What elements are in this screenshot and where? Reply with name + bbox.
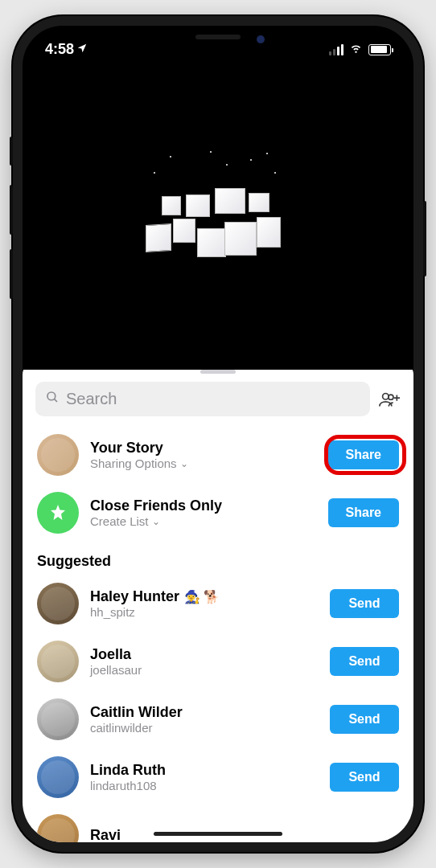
share-button[interactable]: Share <box>328 498 399 527</box>
contact-name: Linda Ruth <box>90 762 319 779</box>
suggested-row: Caitlin WildercaitlinwilderSend <box>23 690 413 748</box>
row-subtitle[interactable]: Sharing Options ⌄ <box>90 457 317 470</box>
avatar[interactable] <box>37 698 79 740</box>
create-group-icon[interactable] <box>378 391 401 408</box>
location-arrow-icon <box>76 43 88 56</box>
contact-username: joellasaur <box>90 663 319 677</box>
contact-name: Joella <box>90 646 319 663</box>
chevron-down-icon: ⌄ <box>180 458 188 469</box>
svg-line-1 <box>54 399 57 402</box>
share-sheet: Search Your StorySharing Options ⌄ShareC… <box>23 362 413 842</box>
volume-down <box>10 249 13 299</box>
search-input[interactable]: Search <box>35 382 370 416</box>
avatar[interactable] <box>37 756 79 798</box>
row-title: Close Friends Only <box>90 497 317 514</box>
suggested-row: Ravi <box>23 806 413 842</box>
home-indicator[interactable] <box>154 832 282 836</box>
story-share-row: Close Friends OnlyCreate List ⌄Share <box>23 484 413 542</box>
volume-up <box>10 185 13 235</box>
send-button[interactable]: Send <box>330 763 399 792</box>
avatar[interactable] <box>37 814 79 842</box>
close-friends-star-icon[interactable] <box>37 492 79 534</box>
avatar[interactable] <box>37 434 79 476</box>
suggested-row: JoellajoellasaurSend <box>23 633 413 690</box>
send-button[interactable]: Send <box>330 647 399 676</box>
send-button[interactable]: Send <box>330 705 399 734</box>
send-button[interactable]: Send <box>330 589 399 618</box>
wifi-icon <box>348 42 364 58</box>
sheet-handle[interactable] <box>200 370 236 374</box>
contact-username: lindaruth108 <box>90 779 319 792</box>
phone-frame: 4:58 <box>13 16 423 852</box>
suggested-row: Linda Ruthlindaruth108Send <box>23 748 413 806</box>
share-list: Your StorySharing Options ⌄ShareClose Fr… <box>23 426 413 842</box>
suggested-row: Haley Hunter🧙‍♀️ 🐕hh_spitzSend <box>23 575 413 633</box>
power-button <box>423 201 426 276</box>
contact-name: Caitlin Wilder <box>90 704 319 721</box>
story-share-row: Your StorySharing Options ⌄Share <box>23 426 413 484</box>
notch <box>130 26 306 50</box>
search-icon <box>45 390 60 408</box>
story-image-content <box>138 148 298 285</box>
svg-point-2 <box>383 393 389 399</box>
avatar[interactable] <box>37 641 79 682</box>
story-preview-image[interactable] <box>23 63 413 370</box>
contact-username: caitlinwilder <box>90 721 319 735</box>
cell-signal-icon <box>329 44 343 55</box>
name-emoji: 🧙‍♀️ 🐕 <box>184 589 220 604</box>
status-time: 4:58 <box>45 41 74 58</box>
row-subtitle[interactable]: Create List ⌄ <box>90 514 317 528</box>
search-placeholder: Search <box>66 390 117 408</box>
screen: 4:58 <box>23 26 413 842</box>
suggested-header: Suggested <box>23 542 413 575</box>
battery-icon <box>368 44 391 55</box>
svg-point-0 <box>47 392 56 400</box>
avatar[interactable] <box>37 583 79 624</box>
contact-username: hh_spitz <box>90 605 319 619</box>
contact-name: Haley Hunter🧙‍♀️ 🐕 <box>90 588 319 605</box>
row-title: Your Story <box>90 440 317 457</box>
mute-switch <box>10 137 13 166</box>
chevron-down-icon: ⌄ <box>152 516 160 527</box>
share-button[interactable]: Share <box>328 440 399 469</box>
